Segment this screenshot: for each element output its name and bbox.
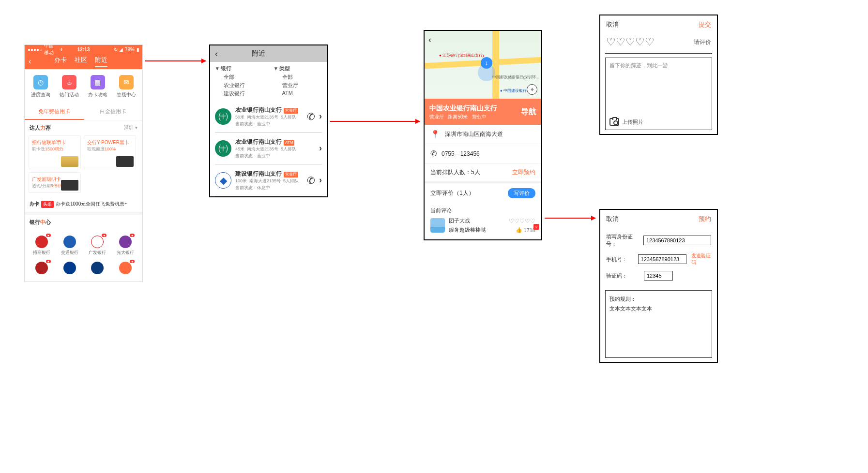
location-icon: 📍	[430, 130, 440, 139]
subtab-free[interactable]: 免年费信用卡	[25, 104, 84, 120]
upload-photo-button[interactable]: 上传照片	[609, 118, 643, 126]
review-count: 立即评价（1人）	[430, 189, 474, 197]
locate-button[interactable]: ⌖	[527, 84, 537, 95]
bank-item[interactable]: 交通银行	[56, 233, 84, 259]
tab-card[interactable]: 办卡	[54, 56, 67, 67]
phone-row[interactable]: ✆ 0755—123456	[425, 144, 541, 163]
camera-icon	[609, 118, 619, 126]
id-label: 填写身份证号：	[606, 233, 640, 248]
bank-item[interactable]: ●	[28, 259, 56, 279]
page-title: 附近	[252, 49, 265, 58]
rules-box: 预约规则： 文本文本文本文本	[605, 290, 712, 358]
phone-icon: ✆	[430, 149, 437, 158]
recommend-title: 达人力荐	[30, 124, 51, 132]
navigate-button[interactable]: 导航	[521, 107, 536, 117]
phone-input[interactable]	[638, 254, 686, 264]
phone-label: 手机号：	[606, 256, 635, 263]
reserve-button[interactable]: 立即预约	[512, 168, 535, 177]
flow-arrow	[330, 121, 420, 122]
promo-card[interactable]: 交行Y-POWER黑卡 取现额度100%	[84, 135, 136, 169]
header: ‹ 附近	[210, 45, 327, 62]
rating-hearts-icon: ♡♡♡♡♡	[509, 218, 535, 224]
code-label: 验证码：	[606, 272, 641, 280]
review-textarea[interactable]: 留下你的踪迹，到此一游 上传照片	[605, 58, 712, 130]
branch-item[interactable]: ◆建设银行南山支行营业厅100米 南海大道2135号 5人排队当前状态：休息中✆…	[215, 164, 322, 196]
comment-item: 团子大战 ♡♡♡♡♡ 服务超级棒棒哒 👍 17182	[430, 217, 535, 234]
quick-guide[interactable]: ▤办卡攻略	[88, 75, 107, 98]
quick-faq[interactable]: ✉答疑中心	[117, 75, 136, 98]
branch-overlay: 中国农业银行南山支行 营业厅 距离50米 营业中 导航	[425, 99, 541, 125]
filter-bank[interactable]: ▾ 银行 全部 农业银行 建设银行	[210, 65, 269, 98]
call-icon[interactable]: ✆	[307, 111, 315, 122]
cancel-button[interactable]: 取消	[606, 215, 619, 223]
id-input[interactable]	[643, 236, 711, 245]
quick-hot[interactable]: ♨热门活动	[60, 75, 79, 98]
tab-nearby[interactable]: 附近	[95, 56, 107, 67]
comment-user: 团子大战	[449, 217, 470, 224]
promo-card[interactable]: 招行银联单币卡 刷卡送1500积分	[29, 135, 81, 169]
rating-input[interactable]: ♡♡♡♡♡	[606, 36, 655, 48]
send-code-button[interactable]: 发送验证码	[691, 252, 711, 266]
avatar	[430, 218, 445, 233]
promo-card[interactable]: 广发新聪明卡 透现/分期5倍积分	[29, 172, 81, 193]
comments-title: 当前评论	[430, 207, 535, 214]
bank-item[interactable]: 光大银行●	[111, 233, 139, 259]
quick-actions: ◷进度查询 ♨热门活动 ▤办卡攻略 ✉答疑中心	[25, 69, 142, 104]
bank-item[interactable]: ●	[111, 259, 139, 279]
review-modal: 取消 提交 ♡♡♡♡♡ 请评价 留下你的踪迹，到此一游 上传照片	[599, 15, 718, 135]
status-bar: ●●●●○中国移动ᯤ 12:13 ↻ ◢79%▮	[25, 45, 142, 54]
chevron-right-icon: ›	[319, 143, 322, 153]
news-banner[interactable]: 办卡 头条 办卡送1000元全国任飞免费机票~	[25, 197, 142, 212]
back-icon[interactable]: ‹	[428, 35, 431, 45]
call-icon[interactable]: ✆	[307, 175, 315, 186]
back-icon[interactable]: ‹	[215, 49, 218, 59]
tab-community[interactable]: 社区	[75, 56, 87, 67]
code-input[interactable]	[644, 271, 673, 281]
branch-detail-screen: ‹ ● 江苏银行(深圳南山支行) 中国邮政储蓄银行(深圳环... ● 中国建设银…	[424, 30, 542, 240]
map-view[interactable]: ‹ ● 江苏银行(深圳南山支行) 中国邮政储蓄银行(深圳环... ● 中国建设银…	[425, 31, 541, 99]
chevron-right-icon: ›	[319, 111, 322, 121]
nearby-screen: ‹ 附近 ▾ 银行 全部 农业银行 建设银行 ▾ 类型 全部 营业厅 ATM ㈩…	[209, 44, 328, 197]
booking-modal: 取消 预约 填写身份证号： 手机号： 发送验证码 验证码： 预约规则： 文本文本…	[599, 209, 718, 363]
subtab-platinum[interactable]: 白金信用卡	[84, 104, 143, 120]
book-button[interactable]: 预约	[699, 215, 711, 223]
bank-item[interactable]: 广发银行●	[84, 233, 112, 259]
bank-logo-icon: ㈩	[215, 140, 231, 157]
address-row[interactable]: 📍 深圳市南山区南海大道	[425, 125, 541, 144]
bank-logo-icon: ㈩	[215, 108, 231, 125]
rating-label: 请评价	[694, 38, 711, 46]
flow-arrow	[145, 60, 206, 61]
back-icon[interactable]: ‹	[29, 57, 31, 66]
bank-item[interactable]: 招商银行●	[28, 233, 56, 259]
bank-item[interactable]	[84, 259, 112, 279]
city-selector[interactable]: 深圳 ▾	[124, 124, 137, 132]
filter-type[interactable]: ▾ 类型 全部 营业厅 ATM	[269, 65, 327, 98]
submit-button[interactable]: 提交	[699, 20, 711, 29]
bank-logo-icon: ◆	[215, 172, 231, 189]
branch-item[interactable]: ㈩农业银行南山支行ATM45米 南海大道2135号 5人排队当前状态：营业中›	[215, 133, 322, 164]
queue-count: 当前排队人数：5人	[430, 168, 480, 177]
comment-text: 服务超级棒棒哒	[449, 226, 486, 234]
location-pin-icon: ↓	[481, 57, 492, 69]
chevron-right-icon: ›	[319, 175, 322, 185]
like-button[interactable]: 👍 17182	[516, 227, 535, 233]
bank-center-title: 银行中心	[30, 219, 51, 226]
cancel-button[interactable]: 取消	[606, 20, 619, 29]
sub-tabs: 免年费信用卡 白金信用卡	[25, 104, 142, 120]
quick-progress[interactable]: ◷进度查询	[31, 75, 50, 98]
write-review-button[interactable]: 写评价	[508, 188, 535, 198]
home-screen: ●●●●○中国移动ᯤ 12:13 ↻ ◢79%▮ ‹ 办卡 社区 附近 ◷进度查…	[24, 44, 143, 282]
flow-arrow	[545, 218, 595, 219]
bank-item[interactable]	[56, 259, 84, 279]
branch-item[interactable]: ㈩农业银行南山支行营业厅50米 南海大道2135号 5人排队当前状态：营业中✆›	[215, 101, 322, 133]
